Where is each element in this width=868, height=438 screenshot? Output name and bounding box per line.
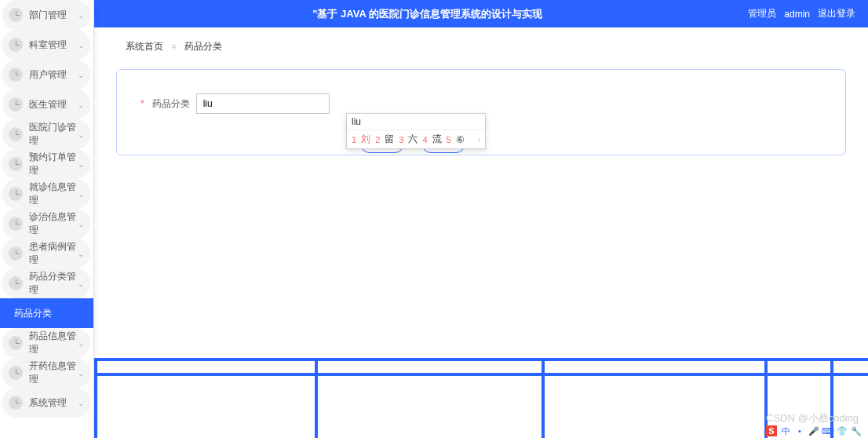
field-label: 药品分类	[152, 97, 190, 111]
form-row-category: * 药品分类 liu 1刘 2留 3六 4流 5⑥ › 提交 取消	[140, 93, 822, 114]
ime-input-text: liu	[347, 114, 485, 130]
chevron-down-icon: ⌄	[78, 130, 84, 139]
chevron-down-icon: ⌄	[78, 190, 84, 199]
ime-skin-icon[interactable]: 👕	[837, 425, 848, 436]
clock-icon	[9, 38, 23, 52]
breadcrumb: 系统首页 ≡ 药品分类	[94, 27, 868, 61]
ime-candidate[interactable]: ⑥	[456, 134, 465, 145]
ime-tool-icon[interactable]: 🔧	[851, 425, 862, 436]
clock-icon	[9, 97, 23, 111]
clock-icon	[9, 336, 23, 350]
clock-icon	[9, 187, 23, 201]
ime-candidate[interactable]: 流	[432, 133, 442, 146]
clock-icon	[9, 396, 23, 410]
clock-icon	[9, 157, 23, 171]
ime-candidate[interactable]: 留	[385, 133, 394, 146]
user-name: admin	[784, 9, 810, 20]
watermark: CSDN @小蔡coding	[766, 411, 859, 425]
breadcrumb-home[interactable]: 系统首页	[126, 40, 163, 53]
chevron-down-icon: ⌄	[78, 11, 84, 20]
sidebar-item-room[interactable]: 科室管理⌄	[2, 30, 90, 60]
chevron-down-icon: ⌄	[78, 339, 84, 348]
ime-punct-icon[interactable]: •	[794, 425, 805, 436]
user-role: 管理员	[748, 7, 776, 20]
clock-icon	[9, 276, 23, 290]
content: 系统首页 ≡ 药品分类 * 药品分类 liu 1刘 2留 3六 4流 5⑥ ›	[94, 27, 868, 438]
chevron-down-icon: ⌄	[78, 250, 84, 258]
clock-icon	[9, 246, 23, 261]
ime-candidate[interactable]: 六	[408, 133, 418, 146]
sidebar-item-treatment[interactable]: 诊治信息管理⌄	[2, 209, 90, 239]
ime-lang-icon[interactable]: 中	[780, 425, 791, 436]
form-panel: * 药品分类 liu 1刘 2留 3六 4流 5⑥ › 提交 取消	[116, 69, 846, 155]
chevron-down-icon: ⌄	[78, 160, 84, 169]
sidebar-item-user[interactable]: 用户管理⌄	[2, 60, 90, 89]
clock-icon	[9, 127, 23, 141]
sidebar-item-patient-case[interactable]: 患者病例管理⌄	[2, 239, 90, 268]
ime-mic-icon[interactable]: 🎤	[808, 425, 819, 436]
ime-candidates: 1刘 2留 3六 4流 5⑥ ›	[347, 130, 485, 148]
ime-next-icon[interactable]: ›	[478, 135, 480, 144]
sidebar-item-dept[interactable]: 部门管理⌄	[2, 0, 90, 30]
sidebar-item-drug-info[interactable]: 药品信息管理⌄	[2, 328, 90, 358]
sidebar-item-doctor[interactable]: 医生管理⌄	[2, 89, 90, 119]
clock-icon	[9, 8, 23, 22]
sidebar: 部门管理⌄ 科室管理⌄ 用户管理⌄ 医生管理⌄ 医院门诊管理⌄ 预约订单管理⌄ …	[0, 0, 94, 438]
sidebar-item-drug-cat-mgmt[interactable]: 药品分类管理⌄	[2, 268, 90, 298]
clock-icon	[9, 68, 23, 82]
logout-link[interactable]: 退出登录	[818, 7, 855, 20]
chevron-down-icon: ⌄	[78, 279, 84, 288]
page-title: "基于 JAVA 的医院门诊信息管理系统的设计与实现	[107, 7, 748, 21]
sidebar-item-drug-cat[interactable]: 药品分类	[0, 298, 93, 328]
breadcrumb-current: 药品分类	[184, 40, 222, 53]
sidebar-item-outpatient[interactable]: 医院门诊管理⌄	[2, 119, 90, 149]
chevron-down-icon: ⌄	[78, 399, 84, 407]
sidebar-item-prescription[interactable]: 开药信息管理⌄	[2, 358, 90, 388]
sogou-ime-icon[interactable]: S	[766, 425, 777, 436]
required-mark: *	[140, 98, 144, 109]
breadcrumb-separator-icon: ≡	[171, 42, 177, 53]
ime-candidate[interactable]: 刘	[361, 133, 370, 146]
chevron-down-icon: ⌄	[78, 369, 84, 378]
taskbar-icons: S 中 • 🎤 ⌨ 👕 🔧	[766, 425, 862, 436]
header: "基于 JAVA 的医院门诊信息管理系统的设计与实现 管理员 admin 退出登…	[94, 0, 868, 27]
sidebar-item-system[interactable]: 系统管理⌄	[2, 388, 90, 418]
ime-keyboard-icon[interactable]: ⌨	[822, 425, 833, 436]
clock-icon	[9, 217, 23, 231]
sidebar-item-visit[interactable]: 就诊信息管理⌄	[2, 179, 90, 209]
clock-icon	[9, 366, 23, 380]
chevron-down-icon: ⌄	[78, 100, 84, 109]
sidebar-item-reservation[interactable]: 预约订单管理⌄	[2, 149, 90, 179]
ime-panel: liu 1刘 2留 3六 4流 5⑥ ›	[346, 113, 486, 149]
chevron-down-icon: ⌄	[78, 71, 84, 79]
chevron-down-icon: ⌄	[78, 220, 84, 228]
category-input[interactable]	[196, 93, 330, 114]
chevron-down-icon: ⌄	[78, 41, 84, 49]
